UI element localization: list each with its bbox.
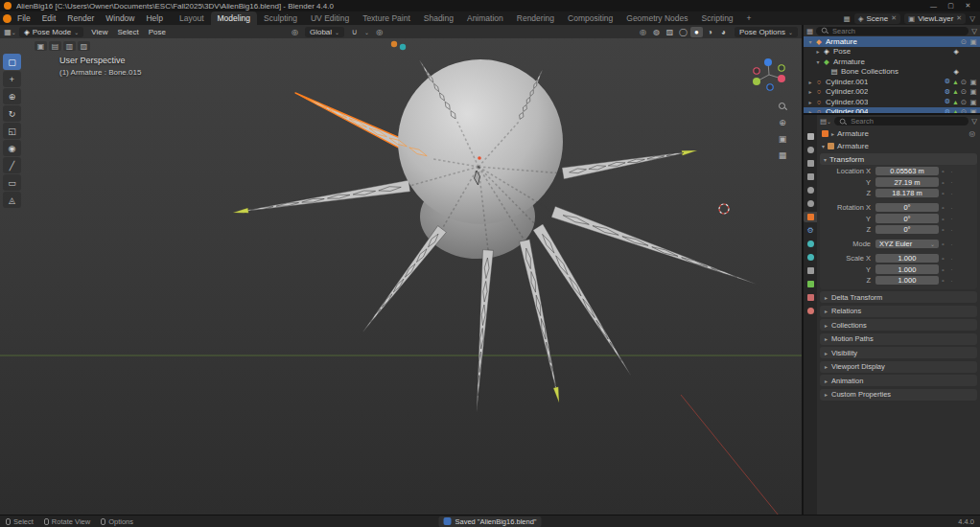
panel-motion-paths[interactable]: ▸Motion Paths <box>820 333 977 345</box>
select-mode-set-icon[interactable]: ▣ <box>35 41 47 51</box>
select-mode-subtract-icon[interactable]: ▥ <box>63 41 76 51</box>
animate-decorator-icon[interactable]: · <box>947 227 956 233</box>
workspace-tab-geometry-nodes[interactable]: Geometry Nodes <box>619 11 694 25</box>
outliner-row-cylinder-001[interactable]: ▸○Cylinder.001⚙▲⊙▣ <box>804 77 980 87</box>
workspace-tab-sculpting[interactable]: Sculpting <box>257 11 304 25</box>
view-layer-selector[interactable]: ▣ ViewLayer ✕ <box>904 13 966 24</box>
workspace-tab-animation[interactable]: Animation <box>460 11 510 25</box>
select-mode-extend-icon[interactable]: ▤ <box>49 41 61 51</box>
viewport-canvas[interactable]: ▣ ▤ ▥ ▨ ▢+⊕↻◱◉╱▭◬ User Perspective (1) A… <box>0 38 802 515</box>
scale-x-field[interactable]: 1.000 <box>875 254 939 264</box>
animate-decorator-icon[interactable]: · <box>947 179 956 185</box>
panel-visibility[interactable]: ▸Visibility <box>820 347 977 358</box>
move-tool[interactable]: ⊕ <box>3 88 21 104</box>
location-y-field[interactable]: 27.19 m <box>875 177 939 187</box>
decorator-icon[interactable]: ∘ <box>939 190 947 196</box>
object-data-tab[interactable] <box>804 279 817 289</box>
toggle-xray-icon[interactable]: ▨ <box>664 27 676 37</box>
tool-tab[interactable] <box>804 131 817 142</box>
animate-decorator-icon[interactable]: · <box>947 216 956 221</box>
workspace-tab-layout[interactable]: Layout <box>173 11 211 25</box>
viewport-menu-pose[interactable]: Pose <box>144 28 171 36</box>
scene-unlink-icon[interactable]: ✕ <box>891 14 897 22</box>
decorator-icon[interactable]: ∘ <box>939 168 947 174</box>
mode-dropdown[interactable]: ◈ Pose Mode ⌄ <box>19 27 83 37</box>
scale-tool[interactable]: ◱ <box>3 123 21 139</box>
measure-tool[interactable]: ▭ <box>3 174 21 191</box>
shading-rendered-icon[interactable]: ◕ <box>717 27 730 37</box>
navigation-gizmo[interactable] <box>748 54 790 96</box>
material-tab[interactable] <box>804 292 817 303</box>
location-x-field[interactable]: 0.05563 m <box>875 167 939 176</box>
proportional-editing-icon[interactable]: ◎ <box>373 27 385 37</box>
menu-help[interactable]: Help <box>140 11 168 25</box>
pan-hand-icon[interactable]: ⊕ <box>779 118 786 127</box>
editor-type-icon[interactable]: ▤⌄ <box>820 117 831 126</box>
animate-decorator-icon[interactable]: · <box>947 169 956 174</box>
workspace-tab-texture-paint[interactable]: Texture Paint <box>356 11 417 25</box>
animate-decorator-icon[interactable]: · <box>947 241 956 247</box>
menu-edit[interactable]: Edit <box>36 11 62 25</box>
expand-caret-icon[interactable]: ▸ <box>814 48 822 55</box>
decorator-icon[interactable]: ∘ <box>939 277 947 284</box>
pose-options-dropdown[interactable]: Pose Options ⌄ <box>735 27 798 37</box>
animate-decorator-icon[interactable]: · <box>947 191 956 196</box>
outliner-row-pose[interactable]: ▸◈Pose◈ <box>804 47 980 57</box>
workspace-tab-rendering[interactable]: Rendering <box>510 11 561 25</box>
render-tab[interactable] <box>804 145 817 155</box>
outliner-display-mode-icon[interactable]: ▦ <box>806 27 813 35</box>
blender-logo-icon[interactable] <box>3 14 12 23</box>
animate-decorator-icon[interactable]: · <box>947 205 956 211</box>
camera-render-icon[interactable]: ▣ <box>968 78 978 86</box>
outliner-row-cylinder-002[interactable]: ▸○Cylinder.002⚙▲⊙▣ <box>804 87 980 98</box>
expand-caret-icon[interactable]: ▸ <box>806 108 814 113</box>
panel-viewport-display[interactable]: ▸Viewport Display <box>820 361 977 373</box>
camera-view-icon[interactable]: ▣ <box>779 134 787 144</box>
animate-decorator-icon[interactable]: · <box>947 266 956 272</box>
expand-caret-icon[interactable]: ▾ <box>814 58 822 65</box>
menu-window[interactable]: Window <box>100 11 140 25</box>
camera-render-icon[interactable]: ▣ <box>968 37 978 46</box>
panel-custom-properties[interactable]: ▸Custom Properties <box>820 389 977 401</box>
edit-icon[interactable]: ◈ <box>954 68 959 76</box>
rotate-tool[interactable]: ↻ <box>3 105 21 122</box>
decorator-icon[interactable]: ∘ <box>939 266 947 273</box>
rotation-x-field[interactable]: 0° <box>875 203 939 213</box>
physics-tab[interactable] <box>804 252 817 263</box>
rotation-z-field[interactable]: 0° <box>875 225 939 235</box>
maximize-button[interactable]: ▢ <box>943 1 959 11</box>
viewport-menu-view[interactable]: View <box>86 28 112 36</box>
modifier-icon[interactable]: ⚙ <box>945 108 950 113</box>
show-overlays-icon[interactable]: ◍ <box>650 27 663 37</box>
annotate-tool[interactable]: ╱ <box>3 157 21 173</box>
shading-solid-icon[interactable]: ● <box>690 27 703 37</box>
outliner-row-armature-object[interactable]: ▾◆Armature⊙▣ <box>804 36 980 47</box>
location-z-field[interactable]: 18.178 m <box>875 189 939 198</box>
toggle-ortho-icon[interactable]: ▦ <box>779 150 787 160</box>
scene-3d-view[interactable] <box>0 38 802 515</box>
object-id-row[interactable]: ▾ Armature <box>820 140 977 152</box>
decorator-icon[interactable]: ∘ <box>939 204 947 211</box>
view-layer-tab[interactable] <box>804 172 817 182</box>
output-tab[interactable] <box>804 158 817 169</box>
expand-icon[interactable]: ▾ <box>822 143 825 149</box>
eye-visibility-icon[interactable]: ⊙ <box>959 37 968 46</box>
menu-file[interactable]: File <box>12 11 36 25</box>
outliner-row-cylinder-003[interactable]: ▸○Cylinder.003⚙▲⊙▣ <box>804 97 980 107</box>
eye-visibility-icon[interactable]: ⊙ <box>959 107 968 113</box>
animate-decorator-icon[interactable]: · <box>947 256 956 262</box>
close-button[interactable]: ✕ <box>960 1 976 11</box>
show-gizmo-icon[interactable]: ◎ <box>637 27 649 37</box>
breakdowner-tool[interactable]: ◬ <box>3 192 21 208</box>
decorator-icon[interactable]: ∘ <box>939 241 947 247</box>
outliner-filter-icon[interactable]: ▽ <box>971 27 977 35</box>
decorator-icon[interactable]: ∘ <box>939 179 947 186</box>
zoom-icon[interactable] <box>778 102 787 111</box>
camera-render-icon[interactable]: ▣ <box>968 98 978 106</box>
minimize-button[interactable]: — <box>925 1 942 11</box>
workspace-tab-shading[interactable]: Shading <box>417 11 460 25</box>
select-box-tool[interactable]: ▢ <box>3 54 21 70</box>
particles-tab[interactable] <box>804 239 817 249</box>
outliner-row-bone-collections[interactable]: ▤Bone Collections◈ <box>804 67 980 78</box>
eye-visibility-icon[interactable]: ⊙ <box>959 98 968 106</box>
